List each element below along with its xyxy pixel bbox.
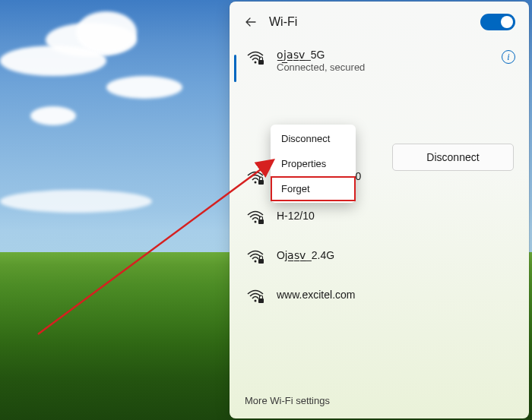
svg-point-0 [255, 62, 257, 64]
svg-point-8 [255, 300, 257, 302]
menu-item-disconnect[interactable]: Disconnect [271, 126, 356, 151]
wifi-quick-settings-panel: Wi-Fi o̲j̲a̲s̲v̲_5G [230, 2, 529, 418]
back-button[interactable] [243, 14, 258, 30]
back-arrow-icon [245, 16, 257, 28]
cloud-decoration [0, 46, 106, 76]
more-wifi-settings-link[interactable]: More Wi-Fi settings [230, 384, 529, 418]
desktop-background: WindowsClub Wi-Fi [0, 0, 532, 420]
svg-point-4 [255, 221, 257, 223]
network-text: o̲j̲a̲s̲v̲_5G Connected, secured [277, 49, 488, 73]
network-name: www.excitel.com [277, 289, 355, 301]
menu-item-properties[interactable]: Properties [271, 151, 356, 176]
wifi-secured-icon [246, 50, 263, 64]
cloud-decoration [0, 190, 152, 213]
network-name: H-12/10 [277, 210, 315, 222]
svg-rect-1 [258, 60, 264, 65]
wifi-secured-icon [246, 289, 263, 302]
svg-rect-3 [258, 180, 264, 185]
network-item[interactable]: www.excitel.com [230, 275, 529, 314]
info-icon[interactable]: i [502, 50, 515, 64]
menu-item-forget[interactable]: Forget [271, 176, 356, 201]
wifi-secured-icon [246, 170, 263, 184]
network-item-connected[interactable]: o̲j̲a̲s̲v̲_5G Connected, secured i [230, 41, 529, 81]
svg-rect-7 [258, 259, 264, 264]
cloud-decoration [30, 106, 76, 125]
network-name: o̲j̲a̲s̲v̲_5G [277, 49, 488, 61]
wifi-toggle[interactable] [480, 14, 515, 30]
panel-title: Wi-Fi [269, 15, 470, 29]
cloud-decoration [76, 11, 137, 53]
svg-rect-5 [258, 219, 264, 224]
context-menu: Disconnect Properties Forget [271, 125, 356, 203]
svg-rect-9 [258, 298, 264, 303]
wifi-secured-icon [246, 249, 263, 263]
svg-point-2 [255, 182, 257, 184]
wifi-secured-icon [246, 210, 263, 223]
network-list: o̲j̲a̲s̲v̲_5G Connected, secured i Disco… [230, 41, 529, 384]
network-name: Oja̲s̲v̲_2.4G [277, 249, 334, 261]
cloud-decoration [106, 76, 182, 99]
network-status: Connected, secured [277, 62, 488, 73]
svg-point-6 [255, 261, 257, 263]
network-item[interactable]: Oja̲s̲v̲_2.4G [230, 235, 529, 275]
panel-header: Wi-Fi [230, 2, 529, 41]
